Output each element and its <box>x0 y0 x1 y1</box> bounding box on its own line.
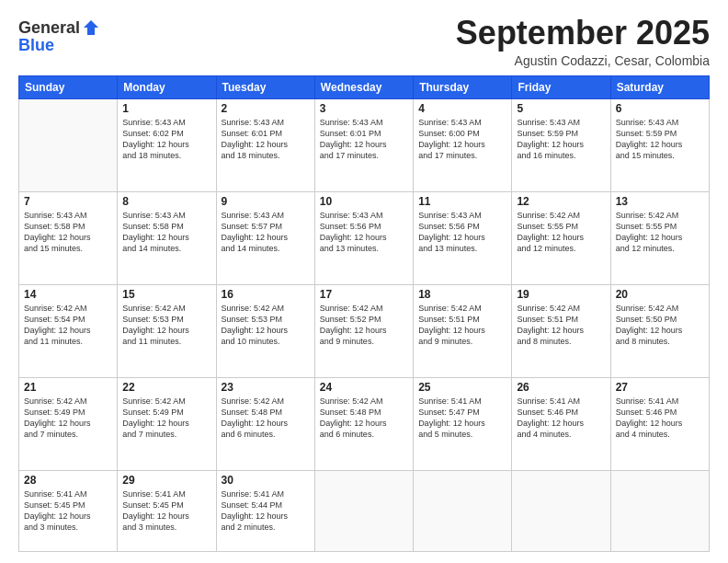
day-number: 13 <box>616 195 704 208</box>
location: Agustin Codazzi, Cesar, Colombia <box>456 53 710 68</box>
title-block: September 2025 Agustin Codazzi, Cesar, C… <box>456 15 710 68</box>
calendar-cell: 18Sunrise: 5:42 AM Sunset: 5:51 PM Dayli… <box>414 284 512 377</box>
calendar-cell: 13Sunrise: 5:42 AM Sunset: 5:55 PM Dayli… <box>610 191 709 284</box>
calendar-cell: 4Sunrise: 5:43 AM Sunset: 6:00 PM Daylig… <box>414 98 512 191</box>
calendar-cell: 3Sunrise: 5:43 AM Sunset: 6:01 PM Daylig… <box>314 98 413 191</box>
day-number: 23 <box>222 381 310 394</box>
day-info: Sunrise: 5:42 AM Sunset: 5:49 PM Dayligh… <box>122 396 210 441</box>
day-info: Sunrise: 5:43 AM Sunset: 5:59 PM Dayligh… <box>517 117 605 162</box>
day-info: Sunrise: 5:43 AM Sunset: 5:57 PM Dayligh… <box>222 210 310 255</box>
day-info: Sunrise: 5:42 AM Sunset: 5:50 PM Dayligh… <box>616 303 704 348</box>
day-info: Sunrise: 5:42 AM Sunset: 5:55 PM Dayligh… <box>616 210 704 255</box>
calendar-cell <box>610 470 709 551</box>
calendar-cell: 29Sunrise: 5:41 AM Sunset: 5:45 PM Dayli… <box>118 470 216 551</box>
calendar-cell <box>414 470 512 551</box>
calendar-cell: 22Sunrise: 5:42 AM Sunset: 5:49 PM Dayli… <box>118 377 216 470</box>
calendar-table: SundayMondayTuesdayWednesdayThursdayFrid… <box>18 75 710 552</box>
day-number: 25 <box>418 381 506 394</box>
day-info: Sunrise: 5:42 AM Sunset: 5:54 PM Dayligh… <box>24 303 112 348</box>
calendar-week-row: 21Sunrise: 5:42 AM Sunset: 5:49 PM Dayli… <box>19 377 710 470</box>
calendar-cell: 30Sunrise: 5:41 AM Sunset: 5:44 PM Dayli… <box>216 470 314 551</box>
day-number: 15 <box>122 288 210 301</box>
day-info: Sunrise: 5:43 AM Sunset: 6:02 PM Dayligh… <box>122 117 210 162</box>
calendar-cell: 12Sunrise: 5:42 AM Sunset: 5:55 PM Dayli… <box>512 191 610 284</box>
day-info: Sunrise: 5:42 AM Sunset: 5:49 PM Dayligh… <box>24 396 112 441</box>
svg-marker-0 <box>84 20 98 35</box>
weekday-header: Tuesday <box>216 75 314 98</box>
day-number: 30 <box>222 474 310 487</box>
day-info: Sunrise: 5:42 AM Sunset: 5:48 PM Dayligh… <box>320 396 408 441</box>
weekday-header: Thursday <box>414 75 512 98</box>
calendar-cell: 23Sunrise: 5:42 AM Sunset: 5:48 PM Dayli… <box>216 377 314 470</box>
day-info: Sunrise: 5:43 AM Sunset: 6:01 PM Dayligh… <box>222 117 310 162</box>
day-info: Sunrise: 5:42 AM Sunset: 5:51 PM Dayligh… <box>517 303 605 348</box>
calendar-cell: 10Sunrise: 5:43 AM Sunset: 5:56 PM Dayli… <box>314 191 413 284</box>
calendar-cell: 17Sunrise: 5:42 AM Sunset: 5:52 PM Dayli… <box>314 284 413 377</box>
calendar-cell <box>512 470 610 551</box>
calendar-header-row: SundayMondayTuesdayWednesdayThursdayFrid… <box>19 75 710 98</box>
month-title: September 2025 <box>456 15 710 52</box>
header: General Blue September 2025 Agustin Coda… <box>18 15 710 68</box>
day-number: 4 <box>418 102 506 115</box>
day-number: 16 <box>222 288 310 301</box>
day-number: 8 <box>122 195 210 208</box>
day-number: 3 <box>320 102 408 115</box>
calendar-cell: 21Sunrise: 5:42 AM Sunset: 5:49 PM Dayli… <box>19 377 118 470</box>
logo-general: General <box>18 18 80 38</box>
day-info: Sunrise: 5:42 AM Sunset: 5:51 PM Dayligh… <box>418 303 506 348</box>
calendar-week-row: 7Sunrise: 5:43 AM Sunset: 5:58 PM Daylig… <box>19 191 710 284</box>
calendar-cell: 20Sunrise: 5:42 AM Sunset: 5:50 PM Dayli… <box>610 284 709 377</box>
weekday-header: Wednesday <box>314 75 413 98</box>
day-info: Sunrise: 5:41 AM Sunset: 5:45 PM Dayligh… <box>24 488 112 534</box>
day-number: 20 <box>616 288 704 301</box>
calendar-week-row: 14Sunrise: 5:42 AM Sunset: 5:54 PM Dayli… <box>19 284 710 377</box>
day-number: 2 <box>222 102 310 115</box>
logo-blue: Blue <box>18 36 100 55</box>
calendar-cell: 28Sunrise: 5:41 AM Sunset: 5:45 PM Dayli… <box>19 470 118 551</box>
day-number: 5 <box>517 102 605 115</box>
calendar-cell: 24Sunrise: 5:42 AM Sunset: 5:48 PM Dayli… <box>314 377 413 470</box>
day-number: 19 <box>517 288 605 301</box>
day-info: Sunrise: 5:41 AM Sunset: 5:46 PM Dayligh… <box>616 396 704 441</box>
weekday-header: Sunday <box>19 75 118 98</box>
day-number: 24 <box>320 381 408 394</box>
calendar-week-row: 28Sunrise: 5:41 AM Sunset: 5:45 PM Dayli… <box>19 470 710 551</box>
calendar-cell: 7Sunrise: 5:43 AM Sunset: 5:58 PM Daylig… <box>19 191 118 284</box>
weekday-header: Friday <box>512 75 610 98</box>
day-number: 22 <box>122 381 210 394</box>
calendar-cell <box>19 98 118 191</box>
day-number: 1 <box>122 102 210 115</box>
day-info: Sunrise: 5:42 AM Sunset: 5:55 PM Dayligh… <box>517 210 605 255</box>
day-number: 12 <box>517 195 605 208</box>
logo-icon <box>82 18 100 37</box>
calendar-cell: 8Sunrise: 5:43 AM Sunset: 5:58 PM Daylig… <box>118 191 216 284</box>
calendar-cell: 1Sunrise: 5:43 AM Sunset: 6:02 PM Daylig… <box>118 98 216 191</box>
day-number: 21 <box>24 381 112 394</box>
day-number: 10 <box>320 195 408 208</box>
day-info: Sunrise: 5:42 AM Sunset: 5:53 PM Dayligh… <box>122 303 210 348</box>
day-info: Sunrise: 5:41 AM Sunset: 5:45 PM Dayligh… <box>122 488 210 534</box>
day-info: Sunrise: 5:43 AM Sunset: 5:58 PM Dayligh… <box>122 210 210 255</box>
day-number: 17 <box>320 288 408 301</box>
day-info: Sunrise: 5:43 AM Sunset: 6:00 PM Dayligh… <box>418 117 506 162</box>
day-number: 27 <box>616 381 704 394</box>
day-number: 29 <box>122 474 210 487</box>
calendar-cell: 5Sunrise: 5:43 AM Sunset: 5:59 PM Daylig… <box>512 98 610 191</box>
day-info: Sunrise: 5:43 AM Sunset: 5:56 PM Dayligh… <box>320 210 408 255</box>
calendar-cell: 11Sunrise: 5:43 AM Sunset: 5:56 PM Dayli… <box>414 191 512 284</box>
calendar-cell: 6Sunrise: 5:43 AM Sunset: 5:59 PM Daylig… <box>610 98 709 191</box>
calendar-cell: 9Sunrise: 5:43 AM Sunset: 5:57 PM Daylig… <box>216 191 314 284</box>
day-info: Sunrise: 5:42 AM Sunset: 5:52 PM Dayligh… <box>320 303 408 348</box>
weekday-header: Monday <box>118 75 216 98</box>
day-info: Sunrise: 5:43 AM Sunset: 5:58 PM Dayligh… <box>24 210 112 255</box>
logo: General Blue <box>18 18 100 55</box>
day-info: Sunrise: 5:43 AM Sunset: 6:01 PM Dayligh… <box>320 117 408 162</box>
weekday-header: Saturday <box>610 75 709 98</box>
calendar-cell: 25Sunrise: 5:41 AM Sunset: 5:47 PM Dayli… <box>414 377 512 470</box>
calendar-cell: 16Sunrise: 5:42 AM Sunset: 5:53 PM Dayli… <box>216 284 314 377</box>
day-number: 14 <box>24 288 112 301</box>
day-info: Sunrise: 5:41 AM Sunset: 5:47 PM Dayligh… <box>418 396 506 441</box>
calendar-cell: 27Sunrise: 5:41 AM Sunset: 5:46 PM Dayli… <box>610 377 709 470</box>
day-info: Sunrise: 5:42 AM Sunset: 5:53 PM Dayligh… <box>222 303 310 348</box>
day-info: Sunrise: 5:41 AM Sunset: 5:46 PM Dayligh… <box>517 396 605 441</box>
